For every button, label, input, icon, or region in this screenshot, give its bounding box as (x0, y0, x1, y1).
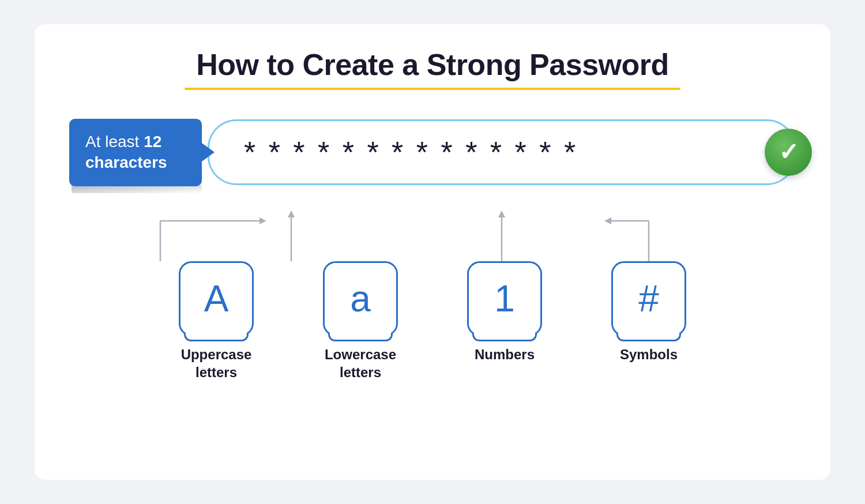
main-card: How to Create a Strong Password At least… (35, 24, 830, 480)
numbers-item: 1 Numbers (467, 261, 542, 381)
icons-row: A Uppercaseletters a Lowercaseletters 1 … (69, 261, 796, 381)
at-least-text: At least (85, 133, 144, 151)
label-fold (72, 185, 202, 193)
numbers-letter: 1 (494, 280, 515, 317)
title-underline (185, 88, 680, 90)
page-title: How to Create a Strong Password (196, 47, 669, 82)
check-circle: ✓ (765, 129, 812, 176)
numbers-key-icon: 1 (467, 261, 542, 336)
svg-marker-2 (260, 217, 266, 224)
checkmark-icon: ✓ (778, 140, 799, 164)
connector-arrows (69, 204, 796, 261)
uppercase-letter: A (204, 280, 229, 317)
lowercase-label: Lowercaseletters (325, 345, 396, 381)
uppercase-key-icon: A (179, 261, 254, 336)
lowercase-item: a Lowercaseletters (323, 261, 398, 381)
svg-marker-9 (604, 217, 611, 224)
password-field-wrapper: * * * * * * * * * * * * * * ✓ (208, 119, 796, 185)
symbols-key-icon: # (611, 261, 686, 336)
min-characters-label: At least 12 characters (69, 119, 202, 186)
characters-badge: At least 12 characters (69, 119, 202, 186)
symbols-letter: # (638, 280, 659, 317)
characters-word: characters (85, 153, 167, 171)
symbols-label: Symbols (620, 345, 678, 363)
uppercase-item: A Uppercaseletters (179, 261, 254, 381)
svg-marker-4 (288, 210, 295, 217)
symbols-item: # Symbols (611, 261, 686, 381)
numbers-label: Numbers (475, 345, 535, 363)
lowercase-key-icon: a (323, 261, 398, 336)
password-section: At least 12 characters * * * * * * * * *… (69, 119, 796, 186)
svg-marker-6 (498, 210, 505, 217)
character-count: 12 (144, 133, 161, 151)
password-stars: * * * * * * * * * * * * * * (244, 137, 578, 167)
password-field: * * * * * * * * * * * * * * (208, 119, 796, 185)
lowercase-letter: a (350, 280, 371, 317)
uppercase-label: Uppercaseletters (181, 345, 252, 381)
